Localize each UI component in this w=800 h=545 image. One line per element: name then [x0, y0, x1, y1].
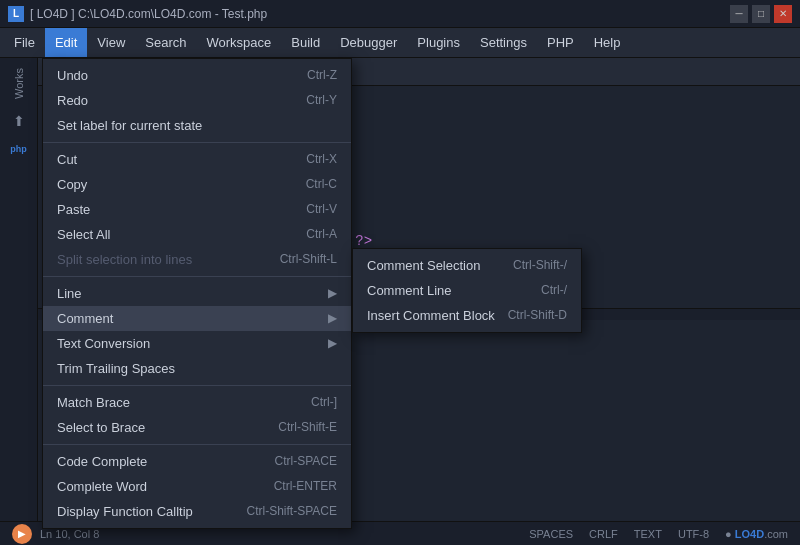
menu-divider-4 [43, 444, 351, 445]
submenu-comment-selection-shortcut: Ctrl-Shift-/ [513, 258, 567, 273]
lo4d-icon: ▶ [12, 524, 32, 544]
menu-text-conversion-arrow: ▶ [328, 336, 337, 351]
menu-redo-shortcut: Ctrl-Y [306, 93, 337, 108]
menu-undo[interactable]: Undo Ctrl-Z [43, 63, 351, 88]
menu-debugger[interactable]: Debugger [330, 28, 407, 57]
menu-redo[interactable]: Redo Ctrl-Y [43, 88, 351, 113]
status-position: Ln 10, Col 8 [40, 528, 99, 540]
menu-line-arrow: ▶ [328, 286, 337, 301]
menu-search[interactable]: Search [135, 28, 196, 57]
menu-comment-arrow: ▶ [328, 311, 337, 326]
app-icon: L [8, 6, 24, 22]
sidebar-upload-icon[interactable]: ⬆ [7, 109, 31, 133]
submenu-comment-line[interactable]: Comment Line Ctrl-/ [353, 278, 581, 303]
menu-undo-label: Undo [57, 68, 88, 83]
submenu-comment-selection[interactable]: Comment Selection Ctrl-Shift-/ [353, 253, 581, 278]
menu-code-complete-label: Code Complete [57, 454, 147, 469]
submenu-comment-line-label: Comment Line [367, 283, 452, 298]
status-right: SPACES CRLF TEXT UTF-8 ● LO4D.com [529, 528, 788, 540]
menu-complete-word-label: Complete Word [57, 479, 147, 494]
sidebar-php-icon[interactable]: php [7, 137, 31, 161]
menu-redo-label: Redo [57, 93, 88, 108]
menu-display-calltip[interactable]: Display Function Calltip Ctrl-Shift-SPAC… [43, 499, 351, 524]
menu-select-all[interactable]: Select All Ctrl-A [43, 222, 351, 247]
menu-code-complete[interactable]: Code Complete Ctrl-SPACE [43, 449, 351, 474]
menu-cut-label: Cut [57, 152, 77, 167]
menu-comment-label: Comment [57, 311, 113, 326]
menu-set-label-text: Set label for current state [57, 118, 202, 133]
menu-copy-shortcut: Ctrl-C [306, 177, 337, 192]
submenu-comment-selection-label: Comment Selection [367, 258, 480, 273]
menu-line[interactable]: Line ▶ [43, 281, 351, 306]
menu-comment[interactable]: Comment ▶ [43, 306, 351, 331]
status-lineending: CRLF [589, 528, 618, 540]
status-encoding: UTF-8 [678, 528, 709, 540]
title-bar: L [ LO4D ] C:\LO4D.com\LO4D.com - Test.p… [0, 0, 800, 28]
minimize-button[interactable]: ─ [730, 5, 748, 23]
menu-cut[interactable]: Cut Ctrl-X [43, 147, 351, 172]
menu-view[interactable]: View [87, 28, 135, 57]
comment-submenu: Comment Selection Ctrl-Shift-/ Comment L… [352, 248, 582, 333]
submenu-insert-comment-label: Insert Comment Block [367, 308, 495, 323]
menu-match-brace-shortcut: Ctrl-] [311, 395, 337, 410]
window-controls: ─ □ ✕ [730, 5, 792, 23]
menu-display-calltip-shortcut: Ctrl-Shift-SPACE [247, 504, 337, 519]
lo4d-brand: ● LO4D.com [725, 528, 788, 540]
menu-match-brace-label: Match Brace [57, 395, 130, 410]
window-title: [ LO4D ] C:\LO4D.com\LO4D.com - Test.php [30, 7, 730, 21]
edit-menu-dropdown: Undo Ctrl-Z Redo Ctrl-Y Set label for cu… [42, 58, 352, 529]
menu-trim-trailing-label: Trim Trailing Spaces [57, 361, 175, 376]
menu-match-brace[interactable]: Match Brace Ctrl-] [43, 390, 351, 415]
menu-file[interactable]: File [4, 28, 45, 57]
sidebar-works-label[interactable]: Works [9, 62, 29, 105]
menu-copy-label: Copy [57, 177, 87, 192]
menu-build[interactable]: Build [281, 28, 330, 57]
submenu-insert-comment-shortcut: Ctrl-Shift-D [508, 308, 567, 323]
menu-text-conversion-label: Text Conversion [57, 336, 150, 351]
menu-set-label[interactable]: Set label for current state [43, 113, 351, 138]
menu-paste-shortcut: Ctrl-V [306, 202, 337, 217]
menu-php[interactable]: PHP [537, 28, 584, 57]
menu-help[interactable]: Help [584, 28, 631, 57]
menu-select-brace-shortcut: Ctrl-Shift-E [278, 420, 337, 435]
menu-display-calltip-label: Display Function Calltip [57, 504, 193, 519]
submenu-insert-comment-block[interactable]: Insert Comment Block Ctrl-Shift-D [353, 303, 581, 328]
menu-split-shortcut: Ctrl-Shift-L [280, 252, 337, 267]
status-filetype: TEXT [634, 528, 662, 540]
menu-paste[interactable]: Paste Ctrl-V [43, 197, 351, 222]
menu-bar: File Edit View Search Workspace Build De… [0, 28, 800, 58]
menu-split-selection: Split selection into lines Ctrl-Shift-L [43, 247, 351, 272]
menu-copy[interactable]: Copy Ctrl-C [43, 172, 351, 197]
menu-code-complete-shortcut: Ctrl-SPACE [275, 454, 337, 469]
close-button[interactable]: ✕ [774, 5, 792, 23]
menu-divider-1 [43, 142, 351, 143]
status-spaces: SPACES [529, 528, 573, 540]
menu-workspace[interactable]: Workspace [197, 28, 282, 57]
submenu-comment-line-shortcut: Ctrl-/ [541, 283, 567, 298]
menu-divider-2 [43, 276, 351, 277]
menu-select-all-label: Select All [57, 227, 110, 242]
menu-select-all-shortcut: Ctrl-A [306, 227, 337, 242]
sidebar: Works ⬆ php [0, 58, 38, 521]
menu-select-brace-label: Select to Brace [57, 420, 145, 435]
menu-plugins[interactable]: Plugins [407, 28, 470, 57]
menu-complete-word[interactable]: Complete Word Ctrl-ENTER [43, 474, 351, 499]
menu-edit[interactable]: Edit [45, 28, 87, 57]
menu-complete-word-shortcut: Ctrl-ENTER [274, 479, 337, 494]
menu-settings[interactable]: Settings [470, 28, 537, 57]
menu-line-label: Line [57, 286, 82, 301]
menu-paste-label: Paste [57, 202, 90, 217]
maximize-button[interactable]: □ [752, 5, 770, 23]
menu-split-label: Split selection into lines [57, 252, 192, 267]
menu-trim-trailing[interactable]: Trim Trailing Spaces [43, 356, 351, 381]
menu-text-conversion[interactable]: Text Conversion ▶ [43, 331, 351, 356]
menu-undo-shortcut: Ctrl-Z [307, 68, 337, 83]
menu-select-brace[interactable]: Select to Brace Ctrl-Shift-E [43, 415, 351, 440]
menu-cut-shortcut: Ctrl-X [306, 152, 337, 167]
menu-divider-3 [43, 385, 351, 386]
